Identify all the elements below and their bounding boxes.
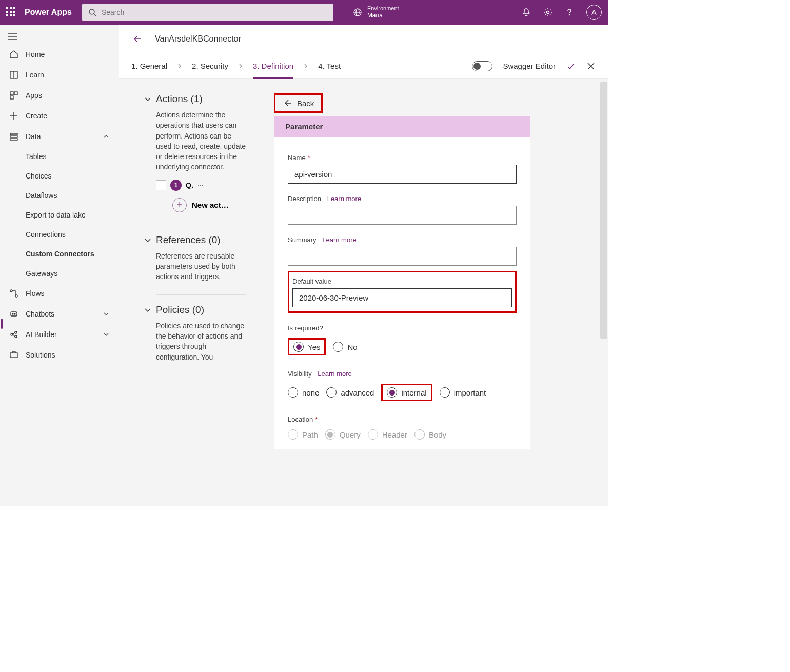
visibility-important-radio[interactable]: important xyxy=(440,387,486,398)
actions-title: Actions (1) xyxy=(156,93,203,105)
sidebar-item-label: Connections xyxy=(26,230,66,239)
app-header: Power Apps Environment Maria A xyxy=(0,0,608,25)
connector-name: VanArsdelKBConnector xyxy=(155,34,241,44)
waffle-icon[interactable] xyxy=(6,7,16,17)
visibility-advanced-radio[interactable]: advanced xyxy=(326,387,374,398)
gear-icon[interactable] xyxy=(543,8,552,17)
svg-point-24 xyxy=(14,313,15,314)
parameter-panel-title: Parameter xyxy=(274,116,530,137)
new-action-button[interactable]: + New act… xyxy=(172,198,246,212)
step-security[interactable]: 2. Security xyxy=(192,62,228,70)
home-icon xyxy=(9,50,18,59)
chevron-down-icon xyxy=(144,306,152,314)
sidebar-item-label: Gateways xyxy=(26,269,57,278)
svg-point-27 xyxy=(15,335,17,338)
chevron-down-icon xyxy=(144,95,152,103)
back-arrow-icon[interactable] xyxy=(131,34,142,44)
sidebar-item-dataflows[interactable]: Dataflows xyxy=(0,186,118,205)
svg-rect-17 xyxy=(10,133,17,135)
environment-picker[interactable]: Environment Maria xyxy=(353,5,399,19)
search-box[interactable] xyxy=(82,4,333,21)
check-icon[interactable] xyxy=(566,61,576,71)
globe-icon xyxy=(353,8,362,17)
sidebar-item-export-data-lake[interactable]: Export to data lake xyxy=(0,205,118,225)
summary-input[interactable] xyxy=(288,247,517,266)
location-label: Location xyxy=(288,416,313,423)
location-query-radio: Query xyxy=(325,429,361,440)
sidebar-item-home[interactable]: Home xyxy=(0,44,118,65)
sidebar-item-learn[interactable]: Learn xyxy=(0,65,118,85)
bell-icon[interactable] xyxy=(522,8,531,17)
step-definition[interactable]: 3. Definition xyxy=(253,62,293,79)
required-no-radio[interactable]: No xyxy=(333,342,357,352)
ai-icon xyxy=(9,330,18,339)
policies-section-header[interactable]: Policies (0) xyxy=(144,304,246,315)
swagger-toggle[interactable] xyxy=(472,61,492,71)
apps-icon xyxy=(9,91,18,100)
description-input[interactable] xyxy=(288,206,517,225)
definition-left-column: Actions (1) Actions determine the operat… xyxy=(144,93,255,506)
swagger-label: Swagger Editor xyxy=(503,62,556,70)
chevron-right-icon xyxy=(238,63,244,69)
default-value-input[interactable] xyxy=(292,288,512,307)
sidebar-item-create[interactable]: Create xyxy=(0,106,118,126)
sidebar-item-ai-builder[interactable]: AI Builder xyxy=(0,324,118,345)
step-general[interactable]: 1. General xyxy=(131,62,167,70)
svg-point-26 xyxy=(15,331,17,333)
sidebar-item-label: Create xyxy=(26,112,47,120)
visibility-none-radio[interactable]: none xyxy=(288,387,319,398)
location-query-label: Query xyxy=(340,430,361,439)
sidebar-item-tables[interactable]: Tables xyxy=(0,147,118,166)
svg-rect-13 xyxy=(14,92,17,95)
back-button[interactable]: Back xyxy=(274,93,323,113)
svg-point-6 xyxy=(569,14,569,15)
search-input[interactable] xyxy=(102,8,327,16)
sidebar-item-solutions[interactable]: Solutions xyxy=(0,345,118,365)
visibility-internal-radio[interactable]: internal xyxy=(387,387,426,398)
sidebar-item-choices[interactable]: Choices xyxy=(0,166,118,186)
svg-point-5 xyxy=(547,11,549,14)
flow-icon xyxy=(9,289,18,298)
references-description: References are reusable parameters used … xyxy=(156,251,246,282)
action-item[interactable]: 1 Q. ··· xyxy=(156,180,246,191)
learn-more-link[interactable]: Learn more xyxy=(327,195,361,203)
learn-more-link[interactable]: Learn more xyxy=(322,236,356,244)
svg-line-1 xyxy=(94,14,96,16)
main-content: VanArsdelKBConnector 1. General 2. Secur… xyxy=(119,25,608,506)
sidebar-item-connections[interactable]: Connections xyxy=(0,225,118,244)
yes-label: Yes xyxy=(308,343,320,351)
scrollbar[interactable] xyxy=(600,82,607,339)
action-checkbox[interactable] xyxy=(156,180,166,190)
data-icon xyxy=(9,132,18,141)
sidebar-item-flows[interactable]: Flows xyxy=(0,283,118,304)
no-label: No xyxy=(347,343,357,351)
search-icon xyxy=(88,8,96,16)
sidebar-item-custom-connectors[interactable]: Custom Connectors xyxy=(0,244,118,264)
default-value-highlight: Default value xyxy=(288,271,517,313)
sidebar-item-apps[interactable]: Apps xyxy=(0,85,118,106)
hamburger-icon[interactable] xyxy=(0,29,118,44)
svg-line-29 xyxy=(13,334,15,337)
step-test[interactable]: 4. Test xyxy=(318,62,341,70)
sidebar-item-label: AI Builder xyxy=(26,330,57,339)
location-path-label: Path xyxy=(302,430,318,439)
required-yes-highlight: Yes xyxy=(288,338,326,355)
visibility-important-label: important xyxy=(454,388,486,397)
name-input[interactable] xyxy=(288,165,517,184)
back-label: Back xyxy=(297,99,314,108)
required-yes-radio[interactable]: Yes xyxy=(293,342,320,352)
help-icon[interactable] xyxy=(565,8,574,17)
arrow-left-icon xyxy=(283,98,292,108)
avatar[interactable]: A xyxy=(586,5,602,20)
sidebar-item-gateways[interactable]: Gateways xyxy=(0,264,118,283)
visibility-internal-highlight: internal xyxy=(381,384,432,401)
references-section-header[interactable]: References (0) xyxy=(144,234,246,246)
learn-more-link[interactable]: Learn more xyxy=(318,370,351,378)
sidebar-item-data[interactable]: Data xyxy=(0,126,118,147)
parameter-form-panel: Back Parameter Name * Description Learn … xyxy=(274,93,530,506)
close-icon[interactable] xyxy=(586,62,596,71)
sidebar-item-chatbots[interactable]: Chatbots xyxy=(0,304,118,324)
actions-section-header[interactable]: Actions (1) xyxy=(144,93,246,105)
environment-label: Environment xyxy=(367,5,399,12)
action-more-icon[interactable]: ··· xyxy=(198,181,204,189)
